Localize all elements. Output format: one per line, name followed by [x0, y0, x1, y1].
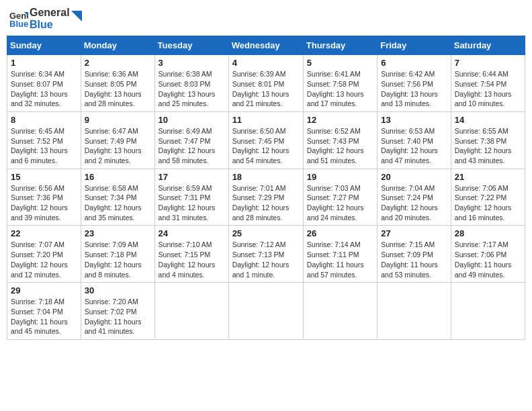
day-number: 29	[11, 285, 77, 295]
day-info: Sunrise: 7:10 AM Sunset: 7:15 PM Dayligh…	[159, 240, 225, 279]
day-number: 21	[455, 172, 521, 182]
calendar-cell: 16 Sunrise: 6:58 AM Sunset: 7:34 PM Dayl…	[81, 169, 154, 226]
day-info: Sunrise: 7:06 AM Sunset: 7:22 PM Dayligh…	[455, 183, 521, 223]
day-number: 22	[11, 228, 77, 238]
calendar-week-row: 1 Sunrise: 6:34 AM Sunset: 8:07 PM Dayli…	[7, 55, 525, 112]
day-info: Sunrise: 6:50 AM Sunset: 7:45 PM Dayligh…	[232, 126, 300, 166]
calendar-cell	[228, 283, 303, 340]
day-number: 5	[307, 58, 373, 68]
day-number: 10	[159, 115, 225, 125]
day-info: Sunrise: 6:42 AM Sunset: 7:56 PM Dayligh…	[381, 69, 447, 109]
day-info: Sunrise: 6:34 AM Sunset: 8:07 PM Dayligh…	[11, 69, 77, 109]
calendar-cell: 1 Sunrise: 6:34 AM Sunset: 8:07 PM Dayli…	[7, 55, 81, 112]
calendar-cell: 8 Sunrise: 6:45 AM Sunset: 7:52 PM Dayli…	[7, 111, 81, 169]
day-info: Sunrise: 6:58 AM Sunset: 7:34 PM Dayligh…	[85, 183, 151, 223]
day-info: Sunrise: 6:39 AM Sunset: 8:01 PM Dayligh…	[232, 69, 300, 109]
day-info: Sunrise: 7:07 AM Sunset: 7:20 PM Dayligh…	[11, 240, 77, 279]
day-number: 11	[232, 115, 300, 125]
day-number: 26	[307, 228, 373, 238]
calendar-week-row: 15 Sunrise: 6:56 AM Sunset: 7:36 PM Dayl…	[7, 169, 525, 226]
day-number: 12	[307, 115, 373, 125]
day-info: Sunrise: 6:44 AM Sunset: 7:54 PM Dayligh…	[455, 69, 521, 109]
day-info: Sunrise: 6:41 AM Sunset: 7:58 PM Dayligh…	[307, 69, 373, 109]
day-info: Sunrise: 6:53 AM Sunset: 7:40 PM Dayligh…	[381, 126, 447, 166]
day-info: Sunrise: 7:17 AM Sunset: 7:06 PM Dayligh…	[455, 240, 521, 279]
day-number: 16	[85, 172, 151, 182]
day-number: 6	[381, 58, 447, 68]
day-info: Sunrise: 7:20 AM Sunset: 7:02 PM Dayligh…	[85, 297, 151, 336]
col-header-monday: Monday	[81, 36, 154, 55]
day-number: 28	[455, 228, 521, 238]
logo-text-line1: General	[30, 7, 70, 19]
day-number: 18	[232, 172, 300, 182]
day-info: Sunrise: 6:55 AM Sunset: 7:38 PM Dayligh…	[455, 126, 521, 166]
day-number: 14	[455, 115, 521, 125]
calendar-week-row: 22 Sunrise: 7:07 AM Sunset: 7:20 PM Dayl…	[7, 226, 525, 283]
calendar-cell: 30 Sunrise: 7:20 AM Sunset: 7:02 PM Dayl…	[81, 283, 154, 340]
col-header-wednesday: Wednesday	[228, 36, 303, 55]
calendar-cell: 3 Sunrise: 6:38 AM Sunset: 8:03 PM Dayli…	[154, 55, 228, 112]
day-number: 27	[381, 228, 447, 238]
calendar-cell	[451, 283, 525, 340]
day-number: 24	[159, 228, 225, 238]
col-header-tuesday: Tuesday	[154, 36, 228, 55]
calendar-cell: 22 Sunrise: 7:07 AM Sunset: 7:20 PM Dayl…	[7, 226, 81, 283]
day-number: 1	[11, 58, 77, 68]
calendar-body: 1 Sunrise: 6:34 AM Sunset: 8:07 PM Dayli…	[7, 55, 525, 340]
calendar-cell: 21 Sunrise: 7:06 AM Sunset: 7:22 PM Dayl…	[451, 169, 525, 226]
calendar-cell: 25 Sunrise: 7:12 AM Sunset: 7:13 PM Dayl…	[228, 226, 303, 283]
calendar-cell: 12 Sunrise: 6:52 AM Sunset: 7:43 PM Dayl…	[303, 111, 377, 169]
calendar-cell: 10 Sunrise: 6:49 AM Sunset: 7:47 PM Dayl…	[154, 111, 228, 169]
calendar-cell: 4 Sunrise: 6:39 AM Sunset: 8:01 PM Dayli…	[228, 55, 303, 112]
calendar-cell: 29 Sunrise: 7:18 AM Sunset: 7:04 PM Dayl…	[7, 283, 81, 340]
day-info: Sunrise: 7:04 AM Sunset: 7:24 PM Dayligh…	[381, 183, 447, 223]
day-info: Sunrise: 6:45 AM Sunset: 7:52 PM Dayligh…	[11, 126, 77, 166]
calendar-cell: 28 Sunrise: 7:17 AM Sunset: 7:06 PM Dayl…	[451, 226, 525, 283]
calendar-cell: 11 Sunrise: 6:50 AM Sunset: 7:45 PM Dayl…	[228, 111, 303, 169]
calendar-cell: 17 Sunrise: 6:59 AM Sunset: 7:31 PM Dayl…	[154, 169, 228, 226]
day-info: Sunrise: 7:12 AM Sunset: 7:13 PM Dayligh…	[232, 240, 300, 279]
logo-icon: General Blue	[9, 9, 28, 28]
col-header-sunday: Sunday	[7, 36, 81, 55]
col-header-saturday: Saturday	[451, 36, 525, 55]
calendar-cell	[154, 283, 228, 340]
day-number: 7	[455, 58, 521, 68]
calendar-cell: 20 Sunrise: 7:04 AM Sunset: 7:24 PM Dayl…	[378, 169, 451, 226]
calendar-cell: 2 Sunrise: 6:36 AM Sunset: 8:05 PM Dayli…	[81, 55, 154, 112]
calendar-cell: 13 Sunrise: 6:53 AM Sunset: 7:40 PM Dayl…	[378, 111, 451, 169]
calendar-cell: 7 Sunrise: 6:44 AM Sunset: 7:54 PM Dayli…	[451, 55, 525, 112]
logo: General Blue General Blue	[9, 7, 82, 30]
header: General Blue General Blue	[7, 7, 525, 30]
day-number: 30	[85, 285, 151, 295]
calendar-cell: 14 Sunrise: 6:55 AM Sunset: 7:38 PM Dayl…	[451, 111, 525, 169]
day-info: Sunrise: 7:01 AM Sunset: 7:29 PM Dayligh…	[232, 183, 300, 223]
calendar-cell	[303, 283, 377, 340]
day-info: Sunrise: 7:14 AM Sunset: 7:11 PM Dayligh…	[307, 240, 373, 279]
calendar-week-row: 8 Sunrise: 6:45 AM Sunset: 7:52 PM Dayli…	[7, 111, 525, 169]
calendar-cell: 15 Sunrise: 6:56 AM Sunset: 7:36 PM Dayl…	[7, 169, 81, 226]
day-number: 23	[85, 228, 151, 238]
calendar-cell	[378, 283, 451, 340]
day-info: Sunrise: 7:03 AM Sunset: 7:27 PM Dayligh…	[307, 183, 373, 223]
calendar-table: SundayMondayTuesdayWednesdayThursdayFrid…	[7, 36, 525, 340]
day-info: Sunrise: 6:36 AM Sunset: 8:05 PM Dayligh…	[85, 69, 151, 109]
calendar-week-row: 29 Sunrise: 7:18 AM Sunset: 7:04 PM Dayl…	[7, 283, 525, 340]
day-info: Sunrise: 6:49 AM Sunset: 7:47 PM Dayligh…	[159, 126, 225, 166]
day-info: Sunrise: 7:15 AM Sunset: 7:09 PM Dayligh…	[381, 240, 447, 279]
day-number: 25	[232, 228, 300, 238]
day-info: Sunrise: 6:56 AM Sunset: 7:36 PM Dayligh…	[11, 183, 77, 223]
column-headers-row: SundayMondayTuesdayWednesdayThursdayFrid…	[7, 36, 525, 55]
day-number: 9	[85, 115, 151, 125]
svg-marker-3	[71, 11, 82, 21]
col-header-thursday: Thursday	[303, 36, 377, 55]
calendar-cell: 5 Sunrise: 6:41 AM Sunset: 7:58 PM Dayli…	[303, 55, 377, 112]
day-number: 8	[11, 115, 77, 125]
day-number: 15	[11, 172, 77, 182]
calendar-cell: 23 Sunrise: 7:09 AM Sunset: 7:18 PM Dayl…	[81, 226, 154, 283]
calendar-cell: 19 Sunrise: 7:03 AM Sunset: 7:27 PM Dayl…	[303, 169, 377, 226]
day-number: 20	[381, 172, 447, 182]
day-number: 17	[159, 172, 225, 182]
day-info: Sunrise: 6:52 AM Sunset: 7:43 PM Dayligh…	[307, 126, 373, 166]
svg-text:Blue: Blue	[9, 19, 28, 28]
day-info: Sunrise: 7:18 AM Sunset: 7:04 PM Dayligh…	[11, 297, 77, 336]
